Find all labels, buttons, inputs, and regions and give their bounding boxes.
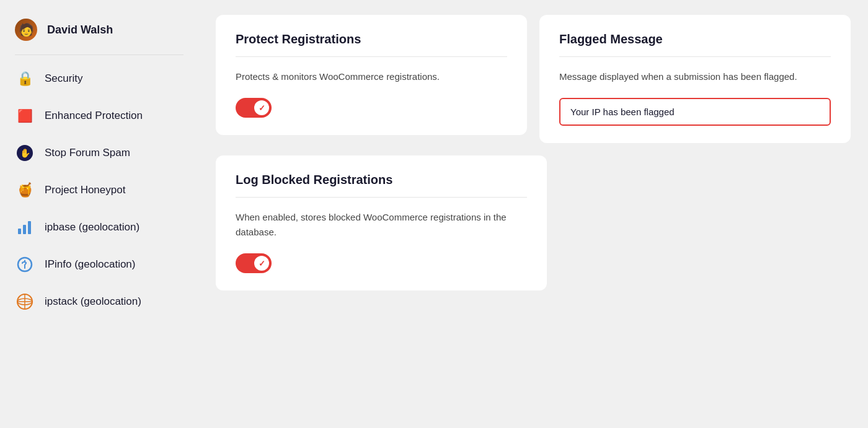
cards-row-2: Log Blocked Registrations When enabled, … <box>216 155 851 290</box>
protect-registrations-card: Protect Registrations Protects & monitor… <box>216 15 527 135</box>
sidebar-item-label-ipstack: ipstack (geolocation) <box>45 295 141 308</box>
sidebar-item-label-project-honeypot: Project Honeypot <box>45 184 125 196</box>
main-content: Protect Registrations Protects & monitor… <box>198 0 868 428</box>
toggle-thumb-log <box>254 256 269 271</box>
svg-rect-3 <box>23 225 26 234</box>
toggle-thumb-protect <box>254 100 269 115</box>
toggle-track-protect <box>236 98 272 118</box>
sidebar-item-ipstack[interactable]: ipstack (geolocation) <box>0 283 198 320</box>
enhanced-protection-icon: 🟥 <box>15 106 35 126</box>
sidebar-divider <box>15 55 184 55</box>
sidebar-item-label-stop-forum-spam: Stop Forum Spam <box>45 147 130 159</box>
sidebar: 🧑 David Walsh 🔒 Security 🟥 Enhanced Prot… <box>0 0 198 428</box>
sidebar-item-label-ipbase: ipbase (geolocation) <box>45 221 140 234</box>
log-blocked-registrations-title: Log Blocked Registrations <box>236 173 527 198</box>
log-blocked-registrations-card: Log Blocked Registrations When enabled, … <box>216 155 547 290</box>
flagged-message-title: Flagged Message <box>559 32 831 57</box>
sidebar-item-security[interactable]: 🔒 Security <box>0 60 198 97</box>
protect-registrations-title: Protect Registrations <box>236 32 507 57</box>
protect-registrations-description: Protects & monitors WooCommerce registra… <box>236 69 507 84</box>
protect-registrations-toggle[interactable] <box>236 98 272 118</box>
user-avatar: 🧑 <box>15 19 37 41</box>
cards-row-1: Protect Registrations Protects & monitor… <box>216 15 851 143</box>
sidebar-item-project-honeypot[interactable]: 🍯 Project Honeypot <box>0 172 198 209</box>
stop-forum-spam-icon: ✋ <box>15 143 35 163</box>
svg-text:✋: ✋ <box>20 148 31 159</box>
flagged-message-card: Flagged Message Message displayed when a… <box>539 15 851 143</box>
svg-rect-4 <box>28 221 31 234</box>
sidebar-item-label-ipinfo: IPinfo (geolocation) <box>45 258 135 271</box>
log-blocked-registrations-description: When enabled, stores blocked WooCommerce… <box>236 210 527 240</box>
sidebar-item-label-enhanced-protection: Enhanced Protection <box>45 110 143 122</box>
user-name: David Walsh <box>47 24 113 37</box>
security-icon: 🔒 <box>15 69 35 89</box>
sidebar-item-stop-forum-spam[interactable]: ✋ Stop Forum Spam <box>0 134 198 172</box>
svg-rect-2 <box>18 229 21 234</box>
ipstack-icon <box>15 292 35 312</box>
sidebar-item-ipbase[interactable]: ipbase (geolocation) <box>0 209 198 246</box>
sidebar-item-label-security: Security <box>45 72 82 85</box>
log-blocked-registrations-toggle-wrapper <box>236 253 527 273</box>
user-header: 🧑 David Walsh <box>0 10 198 50</box>
toggle-track-log <box>236 253 272 273</box>
flagged-message-description: Message displayed when a submission has … <box>559 69 831 84</box>
flagged-message-input[interactable] <box>559 98 831 126</box>
sidebar-item-ipinfo[interactable]: IPinfo (geolocation) <box>0 246 198 283</box>
ipinfo-icon <box>15 255 35 274</box>
sidebar-item-enhanced-protection[interactable]: 🟥 Enhanced Protection <box>0 97 198 134</box>
project-honeypot-icon: 🍯 <box>15 180 35 200</box>
ipbase-icon <box>15 217 35 237</box>
log-blocked-registrations-toggle[interactable] <box>236 253 272 273</box>
protect-registrations-toggle-wrapper <box>236 98 507 118</box>
